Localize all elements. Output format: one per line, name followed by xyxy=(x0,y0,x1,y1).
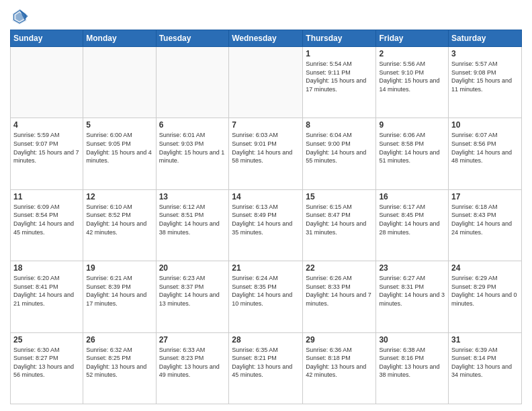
calendar-cell: 26Sunrise: 6:32 AM Sunset: 8:25 PM Dayli… xyxy=(83,332,156,404)
day-info: Sunrise: 6:07 AM Sunset: 8:56 PM Dayligh… xyxy=(451,131,519,165)
calendar-cell: 23Sunrise: 6:27 AM Sunset: 8:31 PM Dayli… xyxy=(376,261,449,332)
calendar-cell: 7Sunrise: 6:03 AM Sunset: 9:01 PM Daylig… xyxy=(229,118,303,189)
day-number: 8 xyxy=(306,120,373,130)
calendar-week-2: 11Sunrise: 6:09 AM Sunset: 8:54 PM Dayli… xyxy=(11,189,522,261)
calendar-cell: 22Sunrise: 6:26 AM Sunset: 8:33 PM Dayli… xyxy=(303,261,376,332)
calendar-cell: 16Sunrise: 6:17 AM Sunset: 8:45 PM Dayli… xyxy=(376,189,449,261)
day-number: 29 xyxy=(306,335,373,345)
calendar-header-thursday: Thursday xyxy=(303,30,376,47)
day-info: Sunrise: 6:00 AM Sunset: 9:05 PM Dayligh… xyxy=(86,131,152,165)
day-number: 7 xyxy=(232,120,300,130)
day-number: 10 xyxy=(451,120,519,130)
calendar-cell: 31Sunrise: 6:39 AM Sunset: 8:14 PM Dayli… xyxy=(449,332,522,404)
day-number: 20 xyxy=(159,263,226,273)
calendar-header-sunday: Sunday xyxy=(11,30,83,47)
day-number: 19 xyxy=(86,263,152,273)
page: SundayMondayTuesdayWednesdayThursdayFrid… xyxy=(0,0,532,411)
day-info: Sunrise: 6:27 AM Sunset: 8:31 PM Dayligh… xyxy=(379,274,445,308)
day-info: Sunrise: 6:24 AM Sunset: 8:35 PM Dayligh… xyxy=(232,274,300,308)
day-info: Sunrise: 6:33 AM Sunset: 8:23 PM Dayligh… xyxy=(159,346,226,379)
day-info: Sunrise: 6:38 AM Sunset: 8:16 PM Dayligh… xyxy=(379,346,445,379)
day-info: Sunrise: 5:54 AM Sunset: 9:11 PM Dayligh… xyxy=(306,60,373,93)
calendar-week-0: 1Sunrise: 5:54 AM Sunset: 9:11 PM Daylig… xyxy=(11,47,522,118)
calendar-cell xyxy=(156,47,229,118)
calendar-week-1: 4Sunrise: 5:59 AM Sunset: 9:07 PM Daylig… xyxy=(11,118,522,189)
logo-icon xyxy=(10,7,29,26)
calendar-cell: 2Sunrise: 5:56 AM Sunset: 9:10 PM Daylig… xyxy=(376,47,449,118)
calendar-cell: 30Sunrise: 6:38 AM Sunset: 8:16 PM Dayli… xyxy=(376,332,449,404)
day-info: Sunrise: 6:15 AM Sunset: 8:47 PM Dayligh… xyxy=(306,203,373,236)
day-number: 6 xyxy=(159,120,226,130)
calendar-cell: 9Sunrise: 6:06 AM Sunset: 8:58 PM Daylig… xyxy=(376,118,449,189)
day-info: Sunrise: 5:57 AM Sunset: 9:08 PM Dayligh… xyxy=(451,60,519,93)
day-info: Sunrise: 6:03 AM Sunset: 9:01 PM Dayligh… xyxy=(232,131,300,165)
calendar-header-monday: Monday xyxy=(83,30,156,47)
day-number: 17 xyxy=(451,192,519,201)
calendar-cell: 14Sunrise: 6:13 AM Sunset: 8:49 PM Dayli… xyxy=(229,189,303,261)
calendar-cell xyxy=(11,47,83,118)
day-number: 1 xyxy=(306,49,373,58)
day-info: Sunrise: 6:20 AM Sunset: 8:41 PM Dayligh… xyxy=(13,274,80,308)
day-number: 14 xyxy=(232,192,300,201)
calendar-cell: 29Sunrise: 6:36 AM Sunset: 8:18 PM Dayli… xyxy=(303,332,376,404)
calendar-cell: 25Sunrise: 6:30 AM Sunset: 8:27 PM Dayli… xyxy=(11,332,83,404)
day-info: Sunrise: 6:04 AM Sunset: 9:00 PM Dayligh… xyxy=(306,131,373,165)
day-number: 27 xyxy=(159,335,226,345)
calendar-header-tuesday: Tuesday xyxy=(156,30,229,47)
calendar-cell: 13Sunrise: 6:12 AM Sunset: 8:51 PM Dayli… xyxy=(156,189,229,261)
day-number: 3 xyxy=(451,49,519,58)
calendar-cell: 12Sunrise: 6:10 AM Sunset: 8:52 PM Dayli… xyxy=(83,189,156,261)
day-number: 13 xyxy=(159,192,226,201)
calendar-cell: 4Sunrise: 5:59 AM Sunset: 9:07 PM Daylig… xyxy=(11,118,83,189)
calendar-cell: 18Sunrise: 6:20 AM Sunset: 8:41 PM Dayli… xyxy=(11,261,83,332)
header xyxy=(10,7,522,26)
day-number: 23 xyxy=(379,263,445,273)
day-info: Sunrise: 6:12 AM Sunset: 8:51 PM Dayligh… xyxy=(159,203,226,236)
calendar-cell: 11Sunrise: 6:09 AM Sunset: 8:54 PM Dayli… xyxy=(11,189,83,261)
calendar-cell: 15Sunrise: 6:15 AM Sunset: 8:47 PM Dayli… xyxy=(303,189,376,261)
day-number: 2 xyxy=(379,49,445,58)
day-info: Sunrise: 6:21 AM Sunset: 8:39 PM Dayligh… xyxy=(86,274,152,308)
day-number: 26 xyxy=(86,335,152,345)
day-number: 16 xyxy=(379,192,445,201)
day-info: Sunrise: 6:26 AM Sunset: 8:33 PM Dayligh… xyxy=(306,274,373,308)
day-info: Sunrise: 6:18 AM Sunset: 8:43 PM Dayligh… xyxy=(451,203,519,236)
day-info: Sunrise: 6:32 AM Sunset: 8:25 PM Dayligh… xyxy=(86,346,152,379)
day-info: Sunrise: 6:39 AM Sunset: 8:14 PM Dayligh… xyxy=(451,346,519,379)
day-info: Sunrise: 6:09 AM Sunset: 8:54 PM Dayligh… xyxy=(13,203,80,236)
calendar-cell: 19Sunrise: 6:21 AM Sunset: 8:39 PM Dayli… xyxy=(83,261,156,332)
day-info: Sunrise: 5:59 AM Sunset: 9:07 PM Dayligh… xyxy=(13,131,80,165)
day-number: 21 xyxy=(232,263,300,273)
calendar-header-friday: Friday xyxy=(376,30,449,47)
calendar-cell: 28Sunrise: 6:35 AM Sunset: 8:21 PM Dayli… xyxy=(229,332,303,404)
calendar-cell: 6Sunrise: 6:01 AM Sunset: 9:03 PM Daylig… xyxy=(156,118,229,189)
day-number: 30 xyxy=(379,335,445,345)
day-info: Sunrise: 6:23 AM Sunset: 8:37 PM Dayligh… xyxy=(159,274,226,308)
calendar-header-row: SundayMondayTuesdayWednesdayThursdayFrid… xyxy=(11,30,522,47)
day-number: 4 xyxy=(13,120,80,130)
calendar-cell: 1Sunrise: 5:54 AM Sunset: 9:11 PM Daylig… xyxy=(303,47,376,118)
calendar-cell: 17Sunrise: 6:18 AM Sunset: 8:43 PM Dayli… xyxy=(449,189,522,261)
day-info: Sunrise: 6:13 AM Sunset: 8:49 PM Dayligh… xyxy=(232,203,300,236)
day-info: Sunrise: 6:30 AM Sunset: 8:27 PM Dayligh… xyxy=(13,346,80,379)
day-number: 11 xyxy=(13,192,80,201)
calendar-header-wednesday: Wednesday xyxy=(229,30,303,47)
day-info: Sunrise: 5:56 AM Sunset: 9:10 PM Dayligh… xyxy=(379,60,445,93)
calendar-table: SundayMondayTuesdayWednesdayThursdayFrid… xyxy=(10,30,522,404)
day-number: 28 xyxy=(232,335,300,345)
day-info: Sunrise: 6:29 AM Sunset: 8:29 PM Dayligh… xyxy=(451,274,519,308)
calendar-cell: 5Sunrise: 6:00 AM Sunset: 9:05 PM Daylig… xyxy=(83,118,156,189)
calendar-cell: 8Sunrise: 6:04 AM Sunset: 9:00 PM Daylig… xyxy=(303,118,376,189)
calendar-cell: 10Sunrise: 6:07 AM Sunset: 8:56 PM Dayli… xyxy=(449,118,522,189)
day-info: Sunrise: 6:17 AM Sunset: 8:45 PM Dayligh… xyxy=(379,203,445,236)
day-number: 31 xyxy=(451,335,519,345)
day-number: 15 xyxy=(306,192,373,201)
calendar-cell xyxy=(229,47,303,118)
day-number: 24 xyxy=(451,263,519,273)
day-number: 12 xyxy=(86,192,152,201)
day-number: 5 xyxy=(86,120,152,130)
calendar-week-3: 18Sunrise: 6:20 AM Sunset: 8:41 PM Dayli… xyxy=(11,261,522,332)
calendar-cell: 21Sunrise: 6:24 AM Sunset: 8:35 PM Dayli… xyxy=(229,261,303,332)
day-info: Sunrise: 6:06 AM Sunset: 8:58 PM Dayligh… xyxy=(379,131,445,165)
day-number: 9 xyxy=(379,120,445,130)
